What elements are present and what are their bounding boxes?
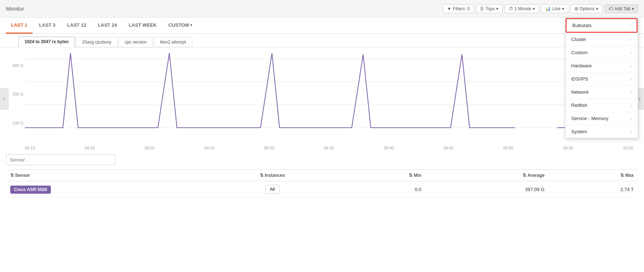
x-label-1000: 10:00 xyxy=(623,146,633,150)
time-button[interactable]: ⏱ 1 Minute ▾ xyxy=(505,4,539,13)
tab-lastweek[interactable]: LAST WEEK xyxy=(124,18,162,34)
min-cell: 0.0 xyxy=(340,181,426,198)
service-memory-chevron-right-icon: › xyxy=(630,116,632,121)
sensor-table: ⇅ Sensor ⇅ Instances ⇅ Min ⇅ xyxy=(6,169,638,198)
dropdown-bulkstats-label: Bulkstats xyxy=(572,23,592,28)
average-sort-icon: ⇅ xyxy=(523,173,526,178)
dropdown-cluster-label: Cluster xyxy=(571,37,586,42)
col-min[interactable]: ⇅ Min xyxy=(340,170,426,181)
sensor-search-input[interactable] xyxy=(6,154,116,165)
instances-all-button[interactable]: All xyxy=(265,185,280,194)
dropdown-item-ids-ips[interactable]: IDS/IPS › xyxy=(565,72,638,86)
tab-last24[interactable]: LAST 24 xyxy=(93,18,122,34)
chart-tab-rx-bytes[interactable]: 1024 to 2047 rx bytes xyxy=(18,37,75,47)
y-label-100: 100 G xyxy=(10,121,23,125)
tab-last12[interactable]: LAST 12 xyxy=(62,18,91,34)
dropdown-service-memory-label: Service - Memory xyxy=(571,116,609,121)
clock-icon: ⏱ xyxy=(509,6,513,11)
x-label-0910: 09:10 xyxy=(25,146,35,150)
chart-tab-cpubusy[interactable]: 15avg cpubusy xyxy=(76,37,118,47)
sensor-name-cell: Cisco ASR 5500 xyxy=(6,181,204,198)
time-chevron-icon: ▾ xyxy=(533,6,535,11)
dropdown-item-custom[interactable]: Custom › xyxy=(565,46,638,59)
dropdown-item-redfish[interactable]: Redfish › xyxy=(565,99,638,112)
dropdown-hardware-label: Hardware xyxy=(571,63,592,68)
col-average[interactable]: ⇅ Average xyxy=(426,170,549,181)
dropdown-item-service-memory[interactable]: Service - Memory › xyxy=(565,112,638,125)
average-cell: 397.09 G xyxy=(426,181,549,198)
dropdown-system-label: System xyxy=(571,129,587,134)
top-bar-controls: ▼ Filters: 0 ☰ Tops ▾ ⏱ 1 Minute ▾ 📊 Lin… xyxy=(443,4,638,13)
sensor-sort-icon: ⇅ xyxy=(10,173,14,178)
cluster-chevron-right-icon: › xyxy=(630,37,632,42)
filter-icon: ▼ xyxy=(447,6,452,11)
x-label-0955: 09:55 xyxy=(563,146,573,150)
dropdown-custom-label: Custom xyxy=(571,50,588,55)
instances-cell: All xyxy=(204,181,340,198)
add-tab-chevron-icon: ▾ xyxy=(632,6,634,11)
x-label-0915: 09:15 xyxy=(85,146,95,150)
tag-icon: 🏷 xyxy=(609,6,613,11)
table-row: Cisco ASR 5500 All 0.0 397.09 G 2.74 T xyxy=(6,181,638,198)
hardware-chevron-right-icon: › xyxy=(630,64,632,68)
tops-button[interactable]: ☰ Tops ▾ xyxy=(476,4,502,13)
y-axis-labels: 300 G 200 G 100 G xyxy=(10,51,23,137)
tab-last1[interactable]: LAST 1 xyxy=(6,18,33,34)
dropdown-item-cluster[interactable]: Cluster › xyxy=(565,33,638,46)
dropdown-item-hardware[interactable]: Hardware › xyxy=(565,59,638,72)
max-sort-icon: ⇅ xyxy=(620,173,624,178)
chart-container: ‹ › 300 G 200 G 100 G xyxy=(0,48,644,150)
dropdown-item-bulkstats[interactable]: Bulkstats › xyxy=(566,18,637,33)
redfish-chevron-right-icon: › xyxy=(630,103,632,108)
line-label: Line xyxy=(552,6,561,11)
x-label-0925: 09:25 xyxy=(204,146,214,150)
app-title: Monitor xyxy=(6,5,24,12)
chart-icon: 📊 xyxy=(545,6,551,11)
chart-svg xyxy=(25,51,633,139)
options-button[interactable]: ⊞ Options ▾ xyxy=(570,4,602,13)
options-label: Options xyxy=(580,6,595,11)
sensor-badge: Cisco ASR 5500 xyxy=(10,186,51,194)
x-label-0920: 09:20 xyxy=(145,146,155,150)
add-tab-dropdown: Bulkstats › Cluster › Custom › Hardware … xyxy=(565,18,638,138)
col-instances[interactable]: ⇅ Instances xyxy=(204,170,340,181)
x-label-0935: 09:35 xyxy=(324,146,334,150)
main-content: 1024 to 2047 rx bytes 15avg cpubusy cpc … xyxy=(0,34,644,272)
x-label-0950: 09:50 xyxy=(503,146,514,150)
custom-menu-chevron-right-icon: › xyxy=(630,51,632,55)
bulkstats-chevron-right-icon: › xyxy=(629,23,631,28)
grid-icon: ⊞ xyxy=(574,6,578,11)
scroll-left-button[interactable]: ‹ xyxy=(0,88,9,110)
line-button[interactable]: 📊 Line ▾ xyxy=(541,4,568,13)
dropdown-redfish-label: Redfish xyxy=(571,103,587,108)
instances-sort-icon: ⇅ xyxy=(260,173,263,178)
chart-tab-ikev2[interactable]: ikev2 attempt xyxy=(154,37,192,47)
system-chevron-right-icon: › xyxy=(630,130,632,134)
max-cell: 2.74 T xyxy=(549,181,638,198)
add-tab-label: Add Tab xyxy=(614,6,630,11)
ids-ips-chevron-right-icon: › xyxy=(630,77,632,81)
chart-tab-cpc-version[interactable]: cpc version xyxy=(118,37,153,47)
time-label: 1 Minute xyxy=(514,6,531,11)
x-label-0930: 09:30 xyxy=(264,146,274,150)
dropdown-item-system[interactable]: System › xyxy=(565,125,638,138)
y-label-200: 200 G xyxy=(10,92,23,96)
x-label-0945: 09:45 xyxy=(443,146,454,150)
col-sensor[interactable]: ⇅ Sensor xyxy=(6,170,204,181)
tab-last3[interactable]: LAST 3 xyxy=(34,18,61,34)
col-max[interactable]: ⇅ Max xyxy=(549,170,638,181)
tab-row: LAST 1 LAST 3 LAST 12 LAST 24 LAST WEEK … xyxy=(0,18,644,34)
tab-custom[interactable]: CUSTOM ▾ xyxy=(163,18,197,34)
tops-chevron-icon: ▾ xyxy=(496,6,498,11)
dropdown-ids-ips-label: IDS/IPS xyxy=(571,76,588,82)
add-tab-button[interactable]: 🏷 Add Tab ▾ xyxy=(604,4,638,13)
dropdown-network-label: Network xyxy=(571,89,589,95)
network-chevron-right-icon: › xyxy=(630,90,632,94)
chart-tabs: 1024 to 2047 rx bytes 15avg cpubusy cpc … xyxy=(0,34,644,48)
filters-button[interactable]: ▼ Filters: 0 xyxy=(443,4,474,13)
filters-label: Filters: 0 xyxy=(453,6,470,11)
min-sort-icon: ⇅ xyxy=(409,173,412,178)
x-axis-labels: 09:10 09:15 09:20 09:25 09:30 09:35 09:4… xyxy=(25,146,633,150)
dropdown-item-network[interactable]: Network › xyxy=(565,86,638,99)
x-label-0940: 09:40 xyxy=(384,146,394,150)
